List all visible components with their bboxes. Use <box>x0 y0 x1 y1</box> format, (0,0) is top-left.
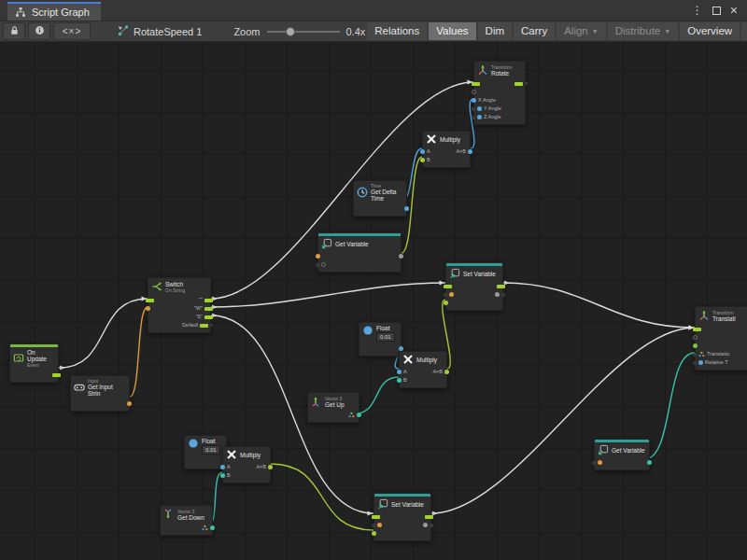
node-get-variable-2[interactable]: Get Variable <box>594 439 650 470</box>
value-port[interactable] <box>397 378 402 383</box>
toolbar-button-relations[interactable]: Relations <box>367 22 427 40</box>
wire-lime[interactable] <box>271 464 374 530</box>
value-port[interactable] <box>598 460 602 465</box>
flow-port[interactable] <box>472 82 480 86</box>
value-port[interactable] <box>477 115 482 119</box>
value-port[interactable] <box>146 306 150 311</box>
value-port[interactable] <box>449 292 454 297</box>
flow-port[interactable] <box>497 285 505 288</box>
port-group-right <box>647 460 652 465</box>
value-port[interactable] <box>268 465 273 469</box>
wire-white[interactable] <box>503 283 695 328</box>
value-port[interactable] <box>357 413 361 417</box>
edit-code-button[interactable]: <×> <box>53 22 91 40</box>
value-port[interactable] <box>220 465 225 469</box>
wire-white[interactable] <box>59 299 148 368</box>
value-port[interactable] <box>397 370 402 374</box>
value-port[interactable] <box>472 98 476 103</box>
flow-port[interactable] <box>204 299 213 302</box>
value-port[interactable] <box>420 149 425 154</box>
node-set-variable-1[interactable]: Set Variable <box>445 262 503 311</box>
literal-value-field[interactable]: 0.01 <box>376 332 395 342</box>
node-translate[interactable]: TransformTranslatiTranslatioRelative T <box>695 306 747 371</box>
zoom-slider-thumb[interactable] <box>286 27 295 36</box>
toolbar-button-overview[interactable]: Overview <box>680 22 740 40</box>
value-port[interactable] <box>444 370 449 374</box>
value-port[interactable] <box>693 335 698 340</box>
value-port[interactable] <box>420 158 425 162</box>
port-row <box>354 204 406 213</box>
graph-breadcrumb[interactable]: RotateSpeed 1 <box>117 24 202 38</box>
node-switch-on-string[interactable]: SwitchOn String"""W""S"Default› <box>148 277 211 333</box>
maximize-icon[interactable] <box>712 7 721 15</box>
toolbar-button-align[interactable]: Align▼ <box>557 22 606 40</box>
flow-port[interactable] <box>52 373 61 377</box>
literal-value-field[interactable]: 0.01 <box>202 445 220 455</box>
value-port[interactable] <box>127 401 132 406</box>
graph-canvas[interactable]: On UpdateEventInputGet Input StrinSwitch… <box>0 42 747 560</box>
flow-port[interactable] <box>200 324 208 328</box>
zoom-slider[interactable] <box>267 26 340 37</box>
node-set-variable-2[interactable]: Set Variable <box>374 493 431 541</box>
node-header: Multiply <box>423 132 470 146</box>
node-multiply-1[interactable]: MultiplyAA×BB <box>422 131 471 168</box>
wire-white[interactable] <box>431 328 695 513</box>
value-port[interactable] <box>698 360 703 365</box>
node-header: Set Variable <box>374 497 430 511</box>
node-on-update[interactable]: On UpdateEvent <box>9 343 59 383</box>
value-port[interactable] <box>444 301 448 305</box>
tab-script-graph[interactable]: Script Graph <box>7 2 101 21</box>
unconnected-port-ring <box>501 293 505 297</box>
node-rotate[interactable]: TransformRotate›X AngleY AngleZ Angle <box>473 61 526 125</box>
value-port[interactable] <box>399 254 403 259</box>
flow-port[interactable] <box>204 315 213 319</box>
toolbar-button-distribute[interactable]: Distribute▼ <box>608 22 679 40</box>
toolbar-button-carry[interactable]: Carry <box>514 22 555 40</box>
value-port[interactable] <box>472 90 476 94</box>
flow-port[interactable] <box>514 82 523 86</box>
value-port[interactable] <box>477 106 482 111</box>
node-header: TransformRotate <box>474 62 525 77</box>
toolbar-button-full-scre[interactable]: Full Scre <box>741 22 747 40</box>
value-port[interactable] <box>423 523 428 527</box>
value-port[interactable] <box>495 292 500 297</box>
wire-teal[interactable] <box>355 377 399 413</box>
wire-white[interactable] <box>211 283 445 307</box>
node-header: InputGet Input Strin <box>71 376 129 398</box>
node-get-variable-1[interactable]: Get Variable <box>317 232 402 273</box>
flow-port[interactable] <box>146 299 154 302</box>
value-port[interactable] <box>404 206 409 211</box>
value-port[interactable] <box>468 149 472 154</box>
toolbar-button-dim[interactable]: Dim <box>478 22 512 40</box>
node-multiply-3[interactable]: MultiplyAA×BB <box>222 446 271 483</box>
value-port[interactable] <box>220 473 225 478</box>
value-port[interactable] <box>210 525 215 530</box>
value-port[interactable] <box>647 460 652 465</box>
wire-teal[interactable] <box>644 353 695 459</box>
wire-orange[interactable] <box>130 307 148 397</box>
flow-port[interactable] <box>693 328 701 331</box>
value-port[interactable] <box>316 254 320 259</box>
vget-icon <box>321 238 332 249</box>
value-port[interactable] <box>321 262 326 267</box>
toolbar: <×> RotateSpeed 1 Zoom 0.4x RelationsVal… <box>0 21 747 42</box>
node-vector3-get-down[interactable]: Vector 3Get Down <box>160 505 213 536</box>
flow-port[interactable] <box>372 515 380 519</box>
toolbar-button-values[interactable]: Values <box>429 22 475 40</box>
node-float-1[interactable]: Float0.01 <box>359 322 402 357</box>
lock-button[interactable] <box>3 22 25 40</box>
node-get-delta-time[interactable]: TimeGet Delta Time <box>353 180 407 217</box>
node-vector3-get-up[interactable]: Vector 3Get Up <box>307 392 359 423</box>
flow-port[interactable] <box>425 515 433 519</box>
port-row: AA×B <box>423 147 470 156</box>
flow-port[interactable] <box>204 307 213 311</box>
inspect-button[interactable] <box>28 22 50 40</box>
value-port[interactable] <box>372 531 376 536</box>
node-multiply-2[interactable]: MultiplyAA×BB <box>399 351 447 388</box>
value-port[interactable] <box>693 343 698 348</box>
flow-port[interactable] <box>444 285 452 288</box>
close-icon[interactable]: × <box>730 0 738 21</box>
value-port[interactable] <box>377 523 382 527</box>
window-menu-icon[interactable]: ⋮ <box>692 0 703 21</box>
node-get-input-string[interactable]: InputGet Input Strin <box>70 375 130 412</box>
